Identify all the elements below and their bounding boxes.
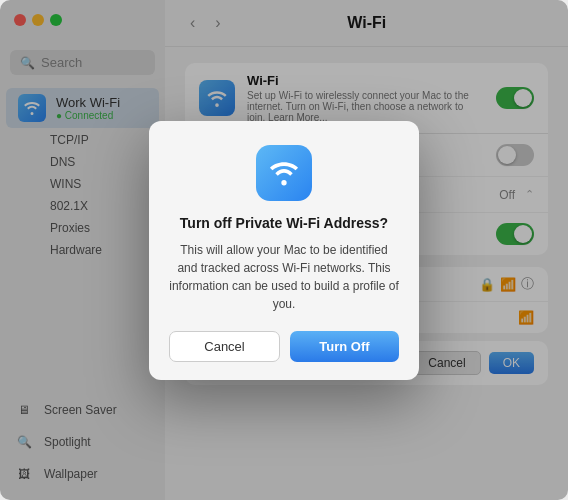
modal-title: Turn off Private Wi-Fi Address? bbox=[180, 215, 388, 231]
modal-dialog: Turn off Private Wi-Fi Address? This wil… bbox=[149, 121, 419, 380]
modal-cancel-button[interactable]: Cancel bbox=[169, 331, 280, 362]
settings-window: 🔍 Search Work Wi-Fi ● Connected TCP/IP D… bbox=[0, 0, 568, 500]
modal-buttons: Cancel Turn Off bbox=[169, 331, 399, 362]
modal-confirm-button[interactable]: Turn Off bbox=[290, 331, 399, 362]
modal-icon bbox=[256, 145, 312, 201]
modal-overlay: Turn off Private Wi-Fi Address? This wil… bbox=[0, 0, 568, 500]
modal-body: This will allow your Mac to be identifie… bbox=[169, 241, 399, 313]
